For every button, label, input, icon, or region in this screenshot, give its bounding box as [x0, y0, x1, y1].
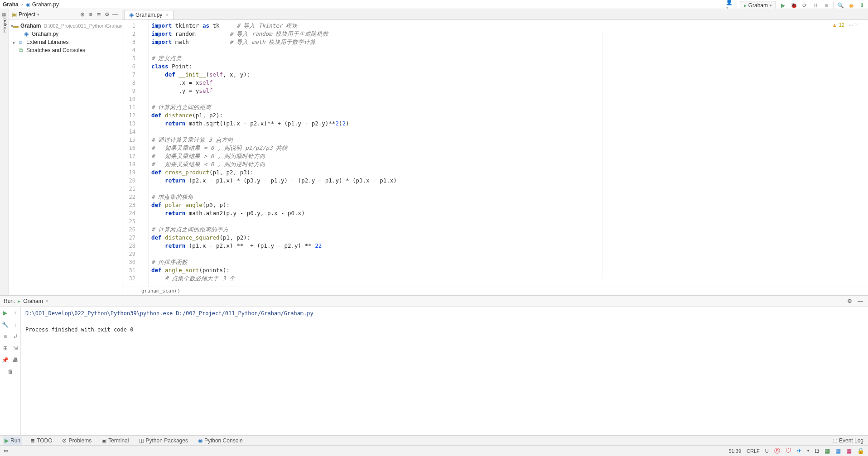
packages-tab[interactable]: ◫Python Packages: [137, 437, 190, 445]
settings-icon[interactable]: ⚙: [845, 297, 854, 305]
console-tab[interactable]: ◉Python Console: [196, 437, 245, 445]
chevron-down-icon[interactable]: ﹀: [855, 22, 859, 28]
tray-shield-icon[interactable]: 🛡: [786, 447, 791, 454]
ide-settings-icon[interactable]: ◉: [847, 1, 855, 10]
status-bar: ▭ 51:39 CRLF U Ⓢ 🛡 ✈ • Ω ▦ ▦ ▦ 🔒: [0, 445, 868, 456]
run-config-icon: ▸: [18, 298, 20, 304]
code-editor[interactable]: 1234567891011121314151617181920212223242…: [122, 20, 868, 287]
close-icon[interactable]: ×: [46, 298, 48, 303]
layout-icon[interactable]: ⊞: [2, 345, 9, 352]
editor-breadcrumb[interactable]: graham_scan(): [122, 287, 868, 295]
settings-icon[interactable]: ⚙: [103, 10, 111, 19]
cursor-position[interactable]: 51:39: [729, 448, 742, 454]
run-output[interactable]: D:\001_Develop\022_Python\Python39\pytho…: [21, 307, 868, 436]
run-icon: ▶: [5, 437, 9, 444]
fold-column[interactable]: [142, 20, 149, 287]
project-panel-title[interactable]: ▣ Project ▾: [12, 11, 39, 18]
pin-icon[interactable]: 📌: [2, 356, 9, 364]
up-icon[interactable]: ↑: [12, 309, 19, 317]
project-name[interactable]: Graha: [3, 1, 19, 8]
line-separator[interactable]: CRLF: [747, 448, 760, 454]
bottom-tool-stripe: ▶Run ≣TODO ⊘Problems ▣Terminal ◫Python P…: [0, 435, 868, 445]
debug-button[interactable]: 🐞: [790, 1, 798, 10]
stop-button[interactable]: ■: [822, 1, 830, 10]
close-tab-icon[interactable]: ×: [166, 13, 169, 18]
run-tool-window: Run: ▸ Graham × ⚙ — ▶ ↑ 🔧 ↓ ■ ↲ ⊞ ⇲: [0, 295, 868, 436]
stop-icon[interactable]: ■: [2, 333, 9, 340]
project-view-icon: ▣: [12, 11, 17, 18]
line-numbers: 1234567891011121314151617181920212223242…: [122, 20, 142, 287]
status-msg-icon[interactable]: ▭: [4, 448, 8, 454]
run-label: Run:: [4, 298, 15, 304]
chevron-down-icon: ▾: [37, 12, 39, 17]
python-icon: ◉: [198, 437, 203, 444]
trash-icon[interactable]: 🗑: [7, 368, 14, 375]
tray-grid3-icon[interactable]: ▦: [846, 447, 852, 454]
tray-omega-icon[interactable]: Ω: [815, 447, 819, 454]
editor-tab[interactable]: ◉ Graham.py ×: [124, 10, 174, 19]
python-file-icon: ◉: [26, 1, 30, 8]
collapse-all-icon[interactable]: ≣: [95, 10, 103, 19]
editor-tabs: ◉ Graham.py ×: [122, 9, 868, 20]
event-log-icon: ◌: [833, 437, 837, 444]
tree-external-libs[interactable]: ▸ ⧈ External Libraries: [9, 38, 122, 46]
tray-grid1-icon[interactable]: ▦: [825, 447, 830, 454]
editor-area: ◉ Graham.py × 12345678910111213141516171…: [122, 9, 868, 295]
expand-all-icon[interactable]: ≡: [87, 10, 95, 19]
toolbar-right: 👤⁺ ▸ Graham ▾ ▶ 🐞 ⟳ ⏸ ■ 🔍 ◉ ⬇: [726, 1, 866, 10]
print-icon[interactable]: 🖶: [12, 356, 19, 364]
todo-icon: ≣: [30, 437, 35, 444]
problems-tab[interactable]: ⊘Problems: [60, 437, 93, 445]
folder-icon: ▦: [2, 12, 6, 17]
python-file-icon: ◉: [129, 12, 134, 18]
scroll-icon[interactable]: ⇲: [12, 345, 19, 352]
tray-dot-icon[interactable]: •: [807, 447, 810, 454]
separator: [833, 1, 834, 10]
encoding[interactable]: U: [765, 448, 769, 454]
add-user-icon[interactable]: 👤⁺: [726, 1, 734, 10]
tree-root[interactable]: ▾ ▬ Graham D:\002_Project\011_Python\Gra…: [9, 22, 122, 30]
code-content[interactable]: import tkinter as tk # 导入 Tkinter 模块impo…: [149, 20, 868, 287]
run-config-name: Graham: [748, 2, 768, 9]
breadcrumb-separator: ›: [21, 1, 23, 8]
tray-cloud-icon[interactable]: ✈: [797, 447, 802, 454]
run-config-selector[interactable]: ▸ Graham ▾: [740, 1, 776, 10]
scratch-icon: ⧉: [17, 47, 24, 53]
project-panel-header: ▣ Project ▾ ⊕ ≡ ≣ ⚙ —: [9, 9, 122, 20]
run-toolbar: ▶ ↑ 🔧 ↓ ■ ↲ ⊞ ⇲ 📌 🖶 🗑: [0, 307, 21, 436]
run-tab[interactable]: ▶Run: [3, 437, 22, 445]
terminal-tab[interactable]: ▣Terminal: [100, 437, 130, 445]
folder-icon: ▬: [13, 23, 19, 29]
chevron-down-icon: ▾: [770, 3, 772, 8]
tray-lock-icon[interactable]: 🔒: [857, 447, 864, 454]
down-icon[interactable]: ↓: [12, 321, 19, 328]
run-config-name[interactable]: Graham: [23, 298, 43, 304]
chevron-up-icon[interactable]: ︿: [849, 22, 853, 28]
warning-icon: ▲: [832, 22, 837, 28]
profile-button[interactable]: ⏸: [811, 1, 820, 10]
expand-arrow[interactable]: ▸: [11, 40, 17, 45]
tree-scratches[interactable]: ⧉ Scratches and Consoles: [9, 46, 122, 54]
locate-icon[interactable]: ⊕: [78, 10, 87, 19]
search-icon[interactable]: 🔍: [836, 1, 844, 10]
problems-icon: ⊘: [62, 437, 67, 444]
problems-indicator[interactable]: ▲ 12 ︿ ﹀: [832, 22, 859, 28]
wrench-icon[interactable]: 🔧: [2, 321, 9, 328]
hide-icon[interactable]: —: [111, 10, 119, 19]
project-tool-tab[interactable]: ▦ Project: [2, 11, 7, 33]
update-icon[interactable]: ⬇: [858, 1, 866, 10]
hide-icon[interactable]: —: [856, 297, 864, 305]
rerun-icon[interactable]: ▶: [2, 309, 9, 317]
run-body: ▶ ↑ 🔧 ↓ ■ ↲ ⊞ ⇲ 📌 🖶 🗑 D:\001_D: [0, 307, 868, 436]
tray-grid2-icon[interactable]: ▦: [835, 447, 841, 454]
run-button[interactable]: ▶: [779, 1, 787, 10]
todo-tab[interactable]: ≣TODO: [29, 437, 54, 445]
tree-file[interactable]: ◉ Graham.py: [9, 30, 122, 38]
packages-icon: ◫: [139, 437, 144, 444]
tray-s-icon[interactable]: Ⓢ: [774, 447, 780, 455]
project-tree: ▾ ▬ Graham D:\002_Project\011_Python\Gra…: [9, 20, 122, 56]
file-name[interactable]: Graham.py: [32, 1, 59, 8]
coverage-button[interactable]: ⟳: [800, 1, 809, 10]
soft-wrap-icon[interactable]: ↲: [12, 333, 19, 340]
event-log-tab[interactable]: ◌Event Log: [831, 437, 865, 445]
